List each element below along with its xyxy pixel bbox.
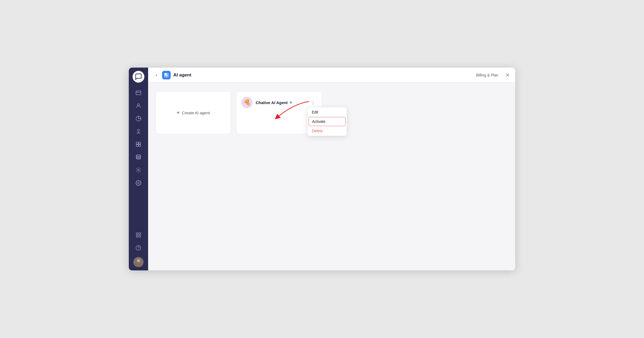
agent-status-indicator bbox=[290, 101, 292, 104]
close-button[interactable]: ✕ bbox=[505, 72, 510, 78]
svg-rect-6 bbox=[136, 145, 138, 146]
agent-card-header: 🍕 Chative AI Agent ⋮ bbox=[241, 97, 317, 108]
sidebar-item-database[interactable] bbox=[133, 151, 144, 163]
user-avatar[interactable] bbox=[133, 257, 144, 267]
svg-point-19 bbox=[136, 263, 141, 267]
sidebar-item-reports[interactable] bbox=[133, 113, 144, 124]
header-icon bbox=[162, 71, 171, 79]
agent-logo: 🍕 bbox=[241, 97, 253, 108]
svg-rect-12 bbox=[139, 233, 141, 234]
svg-point-18 bbox=[137, 259, 140, 262]
billing-plan-link[interactable]: Billing & Plan bbox=[476, 73, 499, 77]
svg-point-2 bbox=[137, 129, 139, 131]
sidebar-item-profile[interactable] bbox=[133, 126, 144, 137]
header: ‹ AI agent Billing & Plan ✕ bbox=[148, 68, 515, 83]
app-window: ‹ AI agent Billing & Plan ✕ + Create AI … bbox=[129, 68, 515, 270]
sidebar-item-contacts[interactable] bbox=[133, 100, 144, 112]
svg-rect-21 bbox=[167, 73, 168, 75]
agent-name: Chative AI Agent bbox=[256, 100, 288, 105]
svg-rect-23 bbox=[167, 75, 168, 77]
sidebar-item-templates[interactable] bbox=[133, 138, 144, 150]
content-area: + Create AI agent 🍕 Chative AI Agent ⋮ E… bbox=[148, 83, 515, 270]
svg-point-10 bbox=[138, 182, 139, 184]
main-panel: ‹ AI agent Billing & Plan ✕ + Create AI … bbox=[148, 68, 515, 270]
svg-point-1 bbox=[137, 104, 139, 106]
plus-icon: + bbox=[177, 110, 180, 116]
create-agent-card[interactable]: + Create AI agent bbox=[156, 91, 231, 134]
svg-rect-11 bbox=[136, 233, 138, 234]
create-agent-text: Create AI agent bbox=[182, 111, 210, 115]
brand-avatar bbox=[133, 71, 144, 83]
sidebar bbox=[129, 68, 148, 270]
svg-rect-0 bbox=[136, 91, 141, 95]
sidebar-item-apps[interactable] bbox=[133, 229, 144, 241]
svg-rect-14 bbox=[139, 236, 141, 237]
svg-point-8 bbox=[136, 155, 141, 156]
dropdown-edit[interactable]: Edit bbox=[308, 107, 347, 117]
agent-info: Chative AI Agent bbox=[256, 100, 306, 105]
page-title: AI agent bbox=[173, 72, 474, 78]
sidebar-item-integrations[interactable] bbox=[133, 164, 144, 176]
dropdown-delete[interactable]: Delete bbox=[308, 126, 347, 136]
sidebar-bottom bbox=[133, 229, 144, 267]
create-agent-label: + Create AI agent bbox=[177, 110, 210, 116]
svg-rect-4 bbox=[136, 142, 138, 144]
sidebar-item-help[interactable] bbox=[133, 242, 144, 254]
svg-point-15 bbox=[136, 245, 141, 250]
agent-options-button[interactable]: ⋮ bbox=[309, 99, 317, 106]
sidebar-item-settings[interactable] bbox=[133, 177, 144, 189]
back-button[interactable]: ‹ bbox=[153, 71, 159, 79]
svg-rect-5 bbox=[139, 142, 141, 144]
dropdown-activate[interactable]: Activate bbox=[309, 117, 346, 126]
agent-dropdown-menu: Edit Activate Delete bbox=[307, 107, 347, 136]
agent-card: 🍕 Chative AI Agent ⋮ Edit Activate Delet… bbox=[236, 91, 322, 134]
svg-rect-20 bbox=[164, 73, 166, 75]
sidebar-item-inbox[interactable] bbox=[133, 87, 144, 99]
svg-rect-13 bbox=[136, 236, 138, 237]
svg-rect-7 bbox=[139, 145, 141, 146]
svg-point-9 bbox=[138, 169, 139, 171]
svg-rect-22 bbox=[164, 75, 166, 77]
